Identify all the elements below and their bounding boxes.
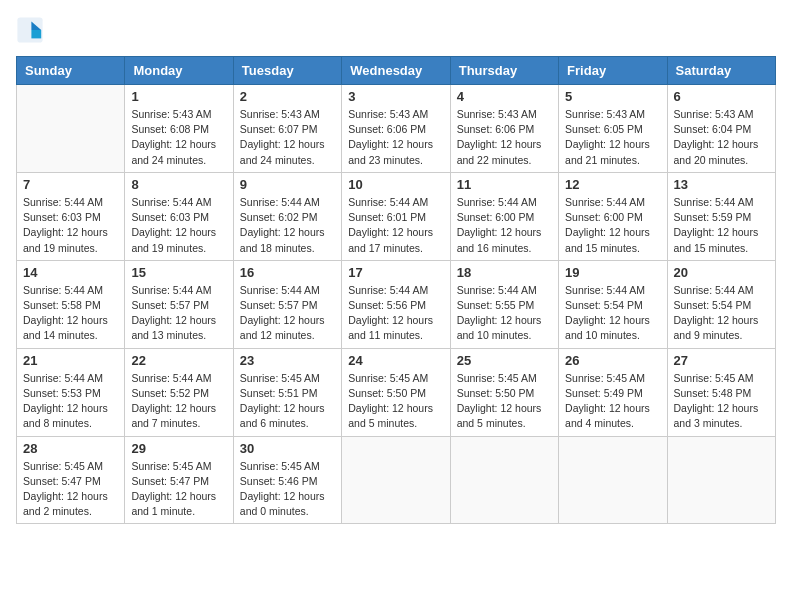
calendar-cell: 23Sunrise: 5:45 AMSunset: 5:51 PMDayligh… bbox=[233, 348, 341, 436]
day-number: 10 bbox=[348, 177, 443, 192]
day-info: Sunrise: 5:44 AMSunset: 5:54 PMDaylight:… bbox=[565, 283, 660, 344]
day-number: 5 bbox=[565, 89, 660, 104]
day-info: Sunrise: 5:45 AMSunset: 5:48 PMDaylight:… bbox=[674, 371, 769, 432]
calendar-cell: 3Sunrise: 5:43 AMSunset: 6:06 PMDaylight… bbox=[342, 85, 450, 173]
day-info: Sunrise: 5:44 AMSunset: 5:58 PMDaylight:… bbox=[23, 283, 118, 344]
calendar-cell: 9Sunrise: 5:44 AMSunset: 6:02 PMDaylight… bbox=[233, 172, 341, 260]
day-number: 13 bbox=[674, 177, 769, 192]
day-of-week-header: Sunday bbox=[17, 57, 125, 85]
calendar-cell: 29Sunrise: 5:45 AMSunset: 5:47 PMDayligh… bbox=[125, 436, 233, 524]
calendar-cell: 25Sunrise: 5:45 AMSunset: 5:50 PMDayligh… bbox=[450, 348, 558, 436]
day-of-week-header: Friday bbox=[559, 57, 667, 85]
day-info: Sunrise: 5:44 AMSunset: 6:03 PMDaylight:… bbox=[23, 195, 118, 256]
calendar-cell: 4Sunrise: 5:43 AMSunset: 6:06 PMDaylight… bbox=[450, 85, 558, 173]
day-number: 30 bbox=[240, 441, 335, 456]
day-number: 7 bbox=[23, 177, 118, 192]
calendar-cell: 15Sunrise: 5:44 AMSunset: 5:57 PMDayligh… bbox=[125, 260, 233, 348]
calendar-cell: 21Sunrise: 5:44 AMSunset: 5:53 PMDayligh… bbox=[17, 348, 125, 436]
day-number: 14 bbox=[23, 265, 118, 280]
day-info: Sunrise: 5:43 AMSunset: 6:06 PMDaylight:… bbox=[348, 107, 443, 168]
day-number: 18 bbox=[457, 265, 552, 280]
logo-icon bbox=[16, 16, 44, 44]
day-number: 24 bbox=[348, 353, 443, 368]
day-info: Sunrise: 5:45 AMSunset: 5:49 PMDaylight:… bbox=[565, 371, 660, 432]
day-info: Sunrise: 5:45 AMSunset: 5:51 PMDaylight:… bbox=[240, 371, 335, 432]
day-number: 25 bbox=[457, 353, 552, 368]
day-number: 22 bbox=[131, 353, 226, 368]
day-number: 8 bbox=[131, 177, 226, 192]
day-number: 4 bbox=[457, 89, 552, 104]
day-info: Sunrise: 5:44 AMSunset: 5:57 PMDaylight:… bbox=[131, 283, 226, 344]
day-info: Sunrise: 5:45 AMSunset: 5:47 PMDaylight:… bbox=[131, 459, 226, 520]
day-of-week-header: Wednesday bbox=[342, 57, 450, 85]
day-number: 2 bbox=[240, 89, 335, 104]
page-header bbox=[16, 16, 776, 44]
calendar-cell bbox=[342, 436, 450, 524]
calendar-cell: 17Sunrise: 5:44 AMSunset: 5:56 PMDayligh… bbox=[342, 260, 450, 348]
day-info: Sunrise: 5:44 AMSunset: 6:00 PMDaylight:… bbox=[457, 195, 552, 256]
day-of-week-header: Tuesday bbox=[233, 57, 341, 85]
day-info: Sunrise: 5:45 AMSunset: 5:46 PMDaylight:… bbox=[240, 459, 335, 520]
calendar-cell: 11Sunrise: 5:44 AMSunset: 6:00 PMDayligh… bbox=[450, 172, 558, 260]
calendar-cell: 22Sunrise: 5:44 AMSunset: 5:52 PMDayligh… bbox=[125, 348, 233, 436]
calendar-cell: 26Sunrise: 5:45 AMSunset: 5:49 PMDayligh… bbox=[559, 348, 667, 436]
day-info: Sunrise: 5:44 AMSunset: 6:00 PMDaylight:… bbox=[565, 195, 660, 256]
calendar-cell bbox=[17, 85, 125, 173]
logo bbox=[16, 16, 48, 44]
day-info: Sunrise: 5:44 AMSunset: 6:01 PMDaylight:… bbox=[348, 195, 443, 256]
day-number: 21 bbox=[23, 353, 118, 368]
calendar-cell: 6Sunrise: 5:43 AMSunset: 6:04 PMDaylight… bbox=[667, 85, 775, 173]
day-info: Sunrise: 5:44 AMSunset: 6:02 PMDaylight:… bbox=[240, 195, 335, 256]
day-info: Sunrise: 5:45 AMSunset: 5:50 PMDaylight:… bbox=[348, 371, 443, 432]
calendar-cell: 5Sunrise: 5:43 AMSunset: 6:05 PMDaylight… bbox=[559, 85, 667, 173]
day-info: Sunrise: 5:45 AMSunset: 5:47 PMDaylight:… bbox=[23, 459, 118, 520]
day-of-week-header: Saturday bbox=[667, 57, 775, 85]
day-number: 17 bbox=[348, 265, 443, 280]
day-info: Sunrise: 5:44 AMSunset: 5:59 PMDaylight:… bbox=[674, 195, 769, 256]
day-info: Sunrise: 5:44 AMSunset: 6:03 PMDaylight:… bbox=[131, 195, 226, 256]
calendar-cell: 27Sunrise: 5:45 AMSunset: 5:48 PMDayligh… bbox=[667, 348, 775, 436]
calendar-cell: 28Sunrise: 5:45 AMSunset: 5:47 PMDayligh… bbox=[17, 436, 125, 524]
day-info: Sunrise: 5:44 AMSunset: 5:57 PMDaylight:… bbox=[240, 283, 335, 344]
day-number: 26 bbox=[565, 353, 660, 368]
calendar-cell: 18Sunrise: 5:44 AMSunset: 5:55 PMDayligh… bbox=[450, 260, 558, 348]
day-info: Sunrise: 5:43 AMSunset: 6:08 PMDaylight:… bbox=[131, 107, 226, 168]
day-info: Sunrise: 5:45 AMSunset: 5:50 PMDaylight:… bbox=[457, 371, 552, 432]
day-info: Sunrise: 5:43 AMSunset: 6:07 PMDaylight:… bbox=[240, 107, 335, 168]
day-of-week-header: Monday bbox=[125, 57, 233, 85]
day-number: 3 bbox=[348, 89, 443, 104]
calendar-cell: 24Sunrise: 5:45 AMSunset: 5:50 PMDayligh… bbox=[342, 348, 450, 436]
calendar-cell: 7Sunrise: 5:44 AMSunset: 6:03 PMDaylight… bbox=[17, 172, 125, 260]
calendar-cell: 10Sunrise: 5:44 AMSunset: 6:01 PMDayligh… bbox=[342, 172, 450, 260]
day-info: Sunrise: 5:43 AMSunset: 6:06 PMDaylight:… bbox=[457, 107, 552, 168]
calendar-cell: 14Sunrise: 5:44 AMSunset: 5:58 PMDayligh… bbox=[17, 260, 125, 348]
day-info: Sunrise: 5:44 AMSunset: 5:55 PMDaylight:… bbox=[457, 283, 552, 344]
day-number: 6 bbox=[674, 89, 769, 104]
day-info: Sunrise: 5:43 AMSunset: 6:04 PMDaylight:… bbox=[674, 107, 769, 168]
calendar-cell bbox=[559, 436, 667, 524]
day-number: 20 bbox=[674, 265, 769, 280]
calendar-cell: 19Sunrise: 5:44 AMSunset: 5:54 PMDayligh… bbox=[559, 260, 667, 348]
day-number: 12 bbox=[565, 177, 660, 192]
day-info: Sunrise: 5:44 AMSunset: 5:52 PMDaylight:… bbox=[131, 371, 226, 432]
day-number: 11 bbox=[457, 177, 552, 192]
day-number: 15 bbox=[131, 265, 226, 280]
calendar-cell: 1Sunrise: 5:43 AMSunset: 6:08 PMDaylight… bbox=[125, 85, 233, 173]
calendar-cell: 12Sunrise: 5:44 AMSunset: 6:00 PMDayligh… bbox=[559, 172, 667, 260]
calendar-cell: 20Sunrise: 5:44 AMSunset: 5:54 PMDayligh… bbox=[667, 260, 775, 348]
day-number: 27 bbox=[674, 353, 769, 368]
day-info: Sunrise: 5:44 AMSunset: 5:54 PMDaylight:… bbox=[674, 283, 769, 344]
calendar-cell: 8Sunrise: 5:44 AMSunset: 6:03 PMDaylight… bbox=[125, 172, 233, 260]
calendar-table: SundayMondayTuesdayWednesdayThursdayFrid… bbox=[16, 56, 776, 524]
day-info: Sunrise: 5:44 AMSunset: 5:53 PMDaylight:… bbox=[23, 371, 118, 432]
day-number: 1 bbox=[131, 89, 226, 104]
calendar-cell: 16Sunrise: 5:44 AMSunset: 5:57 PMDayligh… bbox=[233, 260, 341, 348]
day-number: 29 bbox=[131, 441, 226, 456]
day-info: Sunrise: 5:43 AMSunset: 6:05 PMDaylight:… bbox=[565, 107, 660, 168]
day-info: Sunrise: 5:44 AMSunset: 5:56 PMDaylight:… bbox=[348, 283, 443, 344]
day-number: 28 bbox=[23, 441, 118, 456]
calendar-cell bbox=[667, 436, 775, 524]
day-of-week-header: Thursday bbox=[450, 57, 558, 85]
day-number: 16 bbox=[240, 265, 335, 280]
day-number: 19 bbox=[565, 265, 660, 280]
